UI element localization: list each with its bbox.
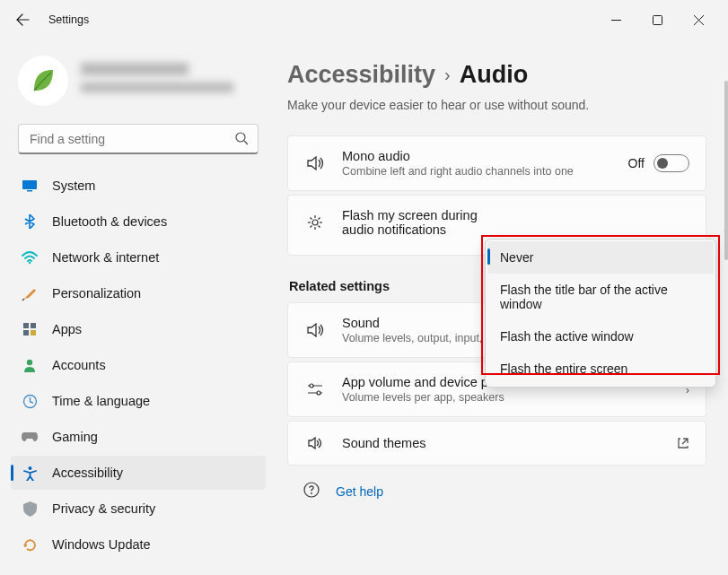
nav-label: Accessibility [52, 466, 123, 480]
gamepad-icon [22, 429, 38, 445]
user-name-redacted [81, 63, 189, 75]
nav-label: Accounts [52, 358, 106, 372]
search-container [18, 124, 259, 154]
update-icon [22, 536, 38, 553]
get-help-row[interactable]: Get help [287, 469, 706, 514]
breadcrumb-parent[interactable]: Accessibility [287, 61, 435, 89]
close-button[interactable] [678, 5, 719, 34]
minimize-button[interactable] [595, 5, 636, 34]
leaf-icon [28, 65, 58, 96]
card-sound-themes[interactable]: Sound themes [287, 421, 706, 466]
svg-rect-2 [22, 180, 37, 189]
sidebar-item-accessibility[interactable]: Accessibility [11, 456, 266, 490]
nav: System Bluetooth & devices Network & int… [11, 169, 266, 562]
sidebar-item-personalization[interactable]: Personalization [11, 276, 266, 310]
card-title: Sound themes [342, 436, 677, 450]
scrollbar[interactable] [724, 81, 728, 260]
user-profile[interactable] [11, 48, 266, 122]
chevron-right-icon: › [444, 65, 451, 85]
sidebar-item-accounts[interactable]: Accounts [11, 348, 266, 382]
accessibility-icon [22, 465, 38, 481]
nav-label: Gaming [52, 430, 98, 444]
flash-screen-dropdown: Never Flash the title bar of the active … [485, 239, 716, 388]
maximize-button[interactable] [636, 5, 678, 34]
user-info [81, 63, 233, 100]
svg-point-12 [312, 220, 318, 225]
sidebar-item-privacy[interactable]: Privacy & security [11, 492, 266, 526]
shield-icon [22, 501, 38, 517]
help-icon [303, 482, 320, 501]
sidebar-item-system[interactable]: System [11, 169, 266, 203]
card-right: Off [628, 154, 689, 172]
bluetooth-icon [22, 213, 38, 230]
external-link-icon [677, 437, 689, 449]
speaker-icon [304, 321, 326, 339]
wifi-icon [22, 249, 38, 266]
dropdown-option-never[interactable]: Never [487, 241, 714, 274]
sidebar-item-apps[interactable]: Apps [11, 312, 266, 346]
sidebar-item-gaming[interactable]: Gaming [11, 420, 266, 454]
search-icon [235, 132, 249, 149]
user-email-redacted [81, 83, 233, 92]
sidebar-item-network[interactable]: Network & internet [11, 240, 266, 274]
card-subtitle: Combine left and right audio channels in… [342, 165, 628, 178]
breadcrumb: Accessibility › Audio [287, 61, 706, 89]
card-title: Flash my screen during audio notificatio… [342, 208, 486, 237]
speaker-icon [304, 154, 326, 172]
back-button[interactable] [9, 6, 36, 33]
card-subtitle: Volume levels per app, speakers [342, 391, 686, 404]
nav-label: Time & language [52, 394, 150, 408]
person-icon [22, 357, 38, 373]
svg-point-16 [311, 492, 312, 494]
titlebar: Settings [0, 0, 728, 39]
card-mono-audio[interactable]: Mono audio Combine left and right audio … [287, 135, 706, 191]
svg-rect-7 [23, 330, 29, 335]
svg-rect-5 [23, 323, 29, 328]
dropdown-option-active-window[interactable]: Flash the active window [487, 320, 714, 353]
dropdown-option-titlebar[interactable]: Flash the title bar of the active window [487, 274, 714, 320]
minimize-icon [611, 15, 621, 25]
sidebar-item-update[interactable]: Windows Update [11, 527, 266, 562]
page-subtitle: Make your device easier to hear or use w… [287, 98, 706, 112]
apps-icon [22, 321, 38, 337]
nav-label: Apps [52, 322, 82, 336]
page-title: Audio [460, 61, 528, 89]
svg-point-1 [236, 133, 245, 142]
svg-rect-6 [31, 323, 36, 328]
svg-point-4 [29, 262, 31, 264]
avatar [18, 56, 68, 106]
dropdown-option-entire-screen[interactable]: Flash the entire screen [487, 353, 714, 385]
get-help-link[interactable]: Get help [336, 484, 383, 499]
nav-label: System [52, 179, 95, 193]
search-input[interactable] [18, 124, 259, 154]
toggle-label: Off [628, 156, 645, 170]
clock-globe-icon [22, 393, 38, 409]
mixer-icon [304, 380, 326, 398]
card-body: Sound themes [342, 436, 677, 450]
nav-label: Personalization [52, 286, 141, 301]
nav-label: Windows Update [52, 537, 151, 552]
svg-rect-0 [653, 15, 662, 24]
sidebar: System Bluetooth & devices Network & int… [0, 39, 269, 575]
paintbrush-icon [22, 285, 38, 301]
maximize-icon [653, 15, 662, 25]
svg-point-11 [28, 466, 31, 470]
window-title: Settings [48, 13, 89, 26]
svg-rect-3 [27, 190, 32, 192]
sidebar-item-time[interactable]: Time & language [11, 384, 266, 418]
card-body: Mono audio Combine left and right audio … [342, 149, 628, 178]
svg-point-13 [310, 384, 313, 388]
close-icon [694, 15, 704, 25]
svg-rect-8 [31, 330, 36, 335]
monitor-icon [22, 178, 38, 194]
window-controls [595, 5, 719, 34]
mono-audio-toggle[interactable] [653, 154, 689, 172]
nav-label: Network & internet [52, 250, 159, 265]
svg-point-14 [317, 391, 320, 395]
toggle-knob [657, 158, 668, 169]
sidebar-item-bluetooth[interactable]: Bluetooth & devices [11, 205, 266, 239]
nav-label: Privacy & security [52, 501, 155, 516]
svg-point-9 [27, 360, 32, 365]
settings-window: Settings [0, 0, 728, 575]
back-arrow-icon [15, 13, 30, 27]
